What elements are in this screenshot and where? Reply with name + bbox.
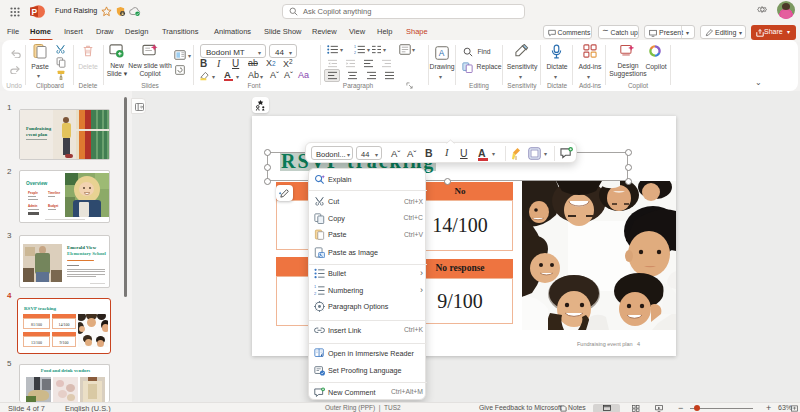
svg-text:A: A bbox=[439, 48, 445, 58]
svg-text:1: 1 bbox=[354, 45, 356, 49]
svg-text:2: 2 bbox=[354, 51, 356, 54]
svg-text:P: P bbox=[32, 7, 38, 17]
svg-text:2: 2 bbox=[314, 291, 317, 296]
svg-text:1: 1 bbox=[314, 285, 317, 289]
